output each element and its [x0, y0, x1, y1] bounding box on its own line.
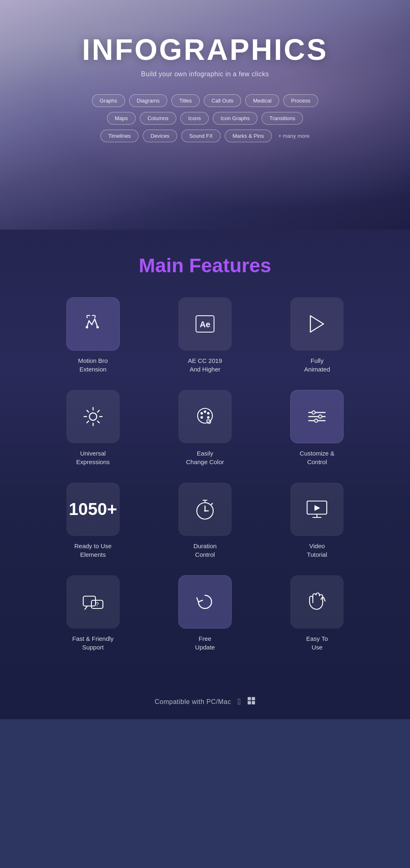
svg-marker-25	[314, 505, 320, 511]
tag-medical[interactable]: Medical	[245, 94, 279, 107]
tag-titles[interactable]: Titles	[171, 94, 200, 107]
hand-icon	[305, 590, 329, 614]
tag-callouts[interactable]: Call Outs	[204, 94, 241, 107]
palette-icon	[193, 404, 217, 429]
svg-point-11	[200, 416, 203, 419]
support-box: ?	[66, 575, 120, 629]
svg-point-9	[207, 412, 210, 415]
tag-more: + many more	[278, 133, 310, 139]
tag-columns[interactable]: Columns	[140, 112, 176, 125]
hero-subtitle: Build your own infographic in a few clic…	[141, 71, 269, 78]
fully-animated-label: FullyAnimated	[304, 356, 330, 374]
customize-box	[290, 390, 344, 443]
change-color-label: EasilyChange Color	[186, 449, 224, 466]
section-title-accent: Features	[189, 255, 271, 276]
easy-box	[290, 575, 344, 629]
tag-diagrams[interactable]: Diagrams	[129, 94, 168, 107]
tutorial-box	[290, 483, 344, 536]
tag-marks-pins[interactable]: Marks & Pins	[225, 130, 272, 142]
ae-cc-label: AE CC 2019And Higher	[188, 356, 222, 374]
compatible-section: Compatible with PC/Mac 	[0, 684, 410, 719]
universal-box	[66, 390, 120, 443]
svg-point-1	[96, 326, 99, 328]
feature-tutorial: VideoTutorial	[273, 483, 361, 559]
elements-number: 1050+	[69, 501, 117, 518]
easy-label: Easy ToUse	[306, 634, 328, 652]
feature-motion-bro: Motion BroExtension	[49, 297, 137, 374]
tags-row-2: Maps Columns Icons Icon Graphs Transitio…	[107, 112, 303, 125]
duration-label: DurationControl	[194, 542, 217, 559]
feature-fully-animated: FullyAnimated	[273, 297, 361, 374]
svg-point-8	[204, 410, 206, 413]
tag-icons[interactable]: Icons	[180, 112, 209, 125]
stopwatch-icon	[193, 497, 217, 522]
change-color-box	[178, 390, 232, 443]
monitor-icon	[305, 497, 329, 522]
support-icon: ?	[81, 590, 105, 614]
sliders-icon	[305, 404, 329, 429]
svg-text:?: ?	[96, 601, 99, 608]
motion-bro-icon	[81, 312, 105, 336]
svg-point-16	[319, 415, 322, 418]
fully-animated-box	[290, 297, 344, 351]
section-title-plain: Main	[139, 255, 189, 276]
tag-sound-fx[interactable]: Sound FX	[181, 130, 221, 142]
tag-graphs[interactable]: Graphs	[92, 94, 125, 107]
svg-rect-32	[248, 701, 251, 704]
update-icon	[193, 590, 217, 614]
svg-rect-31	[252, 697, 255, 700]
update-label: FreeUpdate	[195, 634, 215, 652]
features-section: Main Features Motion BroExtension Ae	[0, 230, 410, 684]
duration-box	[178, 483, 232, 536]
svg-rect-30	[248, 697, 251, 700]
svg-rect-26	[83, 596, 96, 606]
tag-process[interactable]: Process	[283, 94, 318, 107]
motion-bro-label: Motion BroExtension	[78, 356, 108, 374]
hero-section: INFOGRAPHICS Build your own infographic …	[0, 0, 410, 230]
feature-ae-cc: Ae AE CC 2019And Higher	[161, 297, 248, 374]
feature-easy: Easy ToUse	[273, 575, 361, 652]
universal-label: UniversalExpressions	[76, 449, 110, 466]
elements-label: Ready to UseElements	[74, 542, 112, 559]
motion-bro-box	[66, 297, 120, 351]
features-grid: Motion BroExtension Ae AE CC 2019And Hig…	[49, 297, 361, 652]
svg-text:Ae: Ae	[200, 320, 210, 329]
play-icon	[305, 312, 329, 336]
ae-cc-box: Ae	[178, 297, 232, 351]
tag-transitions[interactable]: Transitions	[262, 112, 303, 125]
tags-container: Graphs Diagrams Titles Call Outs Medical…	[92, 94, 318, 142]
feature-elements: 1050+ Ready to UseElements	[49, 483, 137, 559]
feature-duration: DurationControl	[161, 483, 248, 559]
feature-support: ? Fast & FriendlySupport	[49, 575, 137, 652]
svg-point-7	[200, 412, 203, 415]
compatible-text: Compatible with PC/Mac	[155, 698, 231, 706]
tag-timelines[interactable]: Timelines	[100, 130, 139, 142]
update-box	[178, 575, 232, 629]
svg-point-17	[314, 419, 318, 422]
gear-icon	[81, 404, 105, 429]
apple-icon: 	[237, 697, 240, 706]
tags-row-3: Timelines Devices Sound FX Marks & Pins …	[100, 130, 310, 142]
svg-point-10	[207, 416, 210, 419]
feature-universal: UniversalExpressions	[49, 390, 137, 466]
svg-point-21	[204, 510, 206, 512]
page-title: INFOGRAPHICS	[82, 33, 328, 66]
feature-customize: Customize &Control	[273, 390, 361, 466]
tag-maps[interactable]: Maps	[107, 112, 136, 125]
svg-point-0	[86, 326, 88, 328]
svg-point-15	[312, 411, 315, 414]
feature-change-color: EasilyChange Color	[161, 390, 248, 466]
customize-label: Customize &Control	[300, 449, 335, 466]
tutorial-label: VideoTutorial	[307, 542, 327, 559]
section-title: Main Features	[139, 254, 271, 277]
svg-marker-4	[310, 316, 323, 332]
support-label: Fast & FriendlySupport	[72, 634, 114, 652]
svg-rect-33	[252, 701, 255, 704]
elements-box: 1050+	[66, 483, 120, 536]
tag-devices[interactable]: Devices	[143, 130, 177, 142]
tag-icon-graphs[interactable]: Icon Graphs	[213, 112, 257, 125]
svg-point-5	[89, 413, 97, 420]
tags-row-1: Graphs Diagrams Titles Call Outs Medical…	[92, 94, 318, 107]
windows-icon	[247, 697, 255, 707]
ae-icon: Ae	[193, 312, 217, 336]
